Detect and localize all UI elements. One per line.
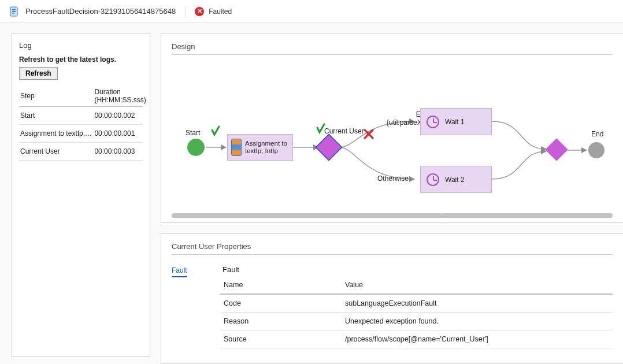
branch-bottom-label: Otherwise [377, 174, 409, 183]
log-table: Step Duration (HH:MM:SS.sss) Start 00:00… [19, 84, 143, 161]
svg-point-7 [187, 139, 205, 156]
divider [185, 5, 186, 18]
page-title: ProcessFaultDecision-321931056414875648 [25, 7, 176, 16]
svg-rect-9 [545, 138, 568, 161]
wait1-node[interactable]: Wait 1 [420, 108, 492, 135]
log-duration: 00:00:00.002 [93, 107, 143, 125]
fault-section-label: Fault [220, 261, 613, 276]
log-step: Assignment to textIp, In... [19, 125, 93, 143]
fault-value: Unexpected exception found. [342, 313, 613, 330]
refresh-button[interactable]: Refresh [19, 67, 58, 80]
document-icon [9, 6, 20, 17]
fault-table: Name Value Code subLanguageExecutionFaul… [220, 276, 613, 348]
log-step: Current User [19, 143, 93, 161]
log-row[interactable]: Assignment to textIp, In... 00:00:00.001 [19, 125, 143, 143]
log-note: Refresh to get the latest logs. [19, 55, 143, 64]
fault-col-name: Name [220, 276, 342, 294]
divider [172, 54, 613, 55]
design-heading: Design [172, 42, 613, 51]
fault-row: Code subLanguageExecutionFault [220, 294, 613, 313]
svg-point-10 [588, 142, 605, 158]
log-row[interactable]: Current User 00:00:00.003 [19, 143, 143, 161]
clock-icon [427, 116, 439, 128]
svg-rect-1 [12, 9, 16, 10]
log-panel: Log Refresh to get the latest logs. Refr… [12, 34, 150, 357]
properties-heading: Current User Properties [172, 242, 613, 251]
end-label: End [591, 130, 603, 138]
log-heading: Log [19, 41, 143, 50]
design-panel: Design [161, 34, 623, 223]
decision-label: Current User [324, 127, 364, 135]
properties-panel: Current User Properties Fault Fault Name… [161, 233, 623, 364]
fault-value: /process/flow/scope[@name='Current_User'… [342, 330, 613, 348]
fault-header-row: Name Value [220, 276, 613, 294]
status-badge: ✕ Faulted [195, 7, 232, 16]
fault-name: Code [220, 294, 342, 313]
assignment-label: Assignment to textIp, IntIp [245, 140, 287, 155]
log-col-duration: Duration (HH:MM:SS.sss) [93, 84, 143, 107]
log-duration: 00:00:00.003 [93, 143, 143, 161]
design-canvas[interactable]: Start Assignment to textIp, IntIp Curren… [172, 61, 613, 211]
assignment-icon [231, 139, 242, 156]
svg-rect-2 [12, 11, 16, 12]
svg-rect-3 [12, 13, 14, 14]
log-col-step: Step [19, 84, 93, 107]
wait2-node[interactable]: Wait 2 [420, 166, 492, 193]
fault-col-value: Value [342, 276, 613, 294]
horizontal-scrollbar[interactable] [172, 213, 613, 218]
status-text: Faulted [209, 8, 232, 16]
error-icon: ✕ [195, 7, 204, 16]
fault-row: Reason Unexpected exception found. [220, 313, 613, 330]
log-header-row: Step Duration (HH:MM:SS.sss) [19, 84, 143, 107]
topbar: ProcessFaultDecision-321931056414875648 … [0, 0, 623, 23]
fault-row: Source /process/flow/scope[@name='Curren… [220, 330, 613, 348]
start-label: Start [186, 129, 200, 137]
wait-label: Wait 2 [445, 176, 465, 184]
divider [172, 254, 613, 255]
fault-name: Source [220, 330, 342, 348]
fault-name: Reason [220, 313, 342, 330]
wait-label: Wait 1 [445, 118, 465, 126]
properties-tabs: Fault [172, 261, 218, 348]
log-duration: 00:00:00.001 [93, 125, 143, 143]
fault-value: subLanguageExecutionFault [342, 294, 613, 313]
log-row[interactable]: Start 00:00:00.002 [19, 107, 143, 125]
log-step: Start [19, 107, 93, 125]
svg-rect-8 [316, 134, 342, 160]
tab-fault[interactable]: Fault [172, 263, 187, 277]
clock-icon [427, 173, 439, 186]
assignment-node[interactable]: Assignment to textIp, IntIp [227, 134, 293, 161]
